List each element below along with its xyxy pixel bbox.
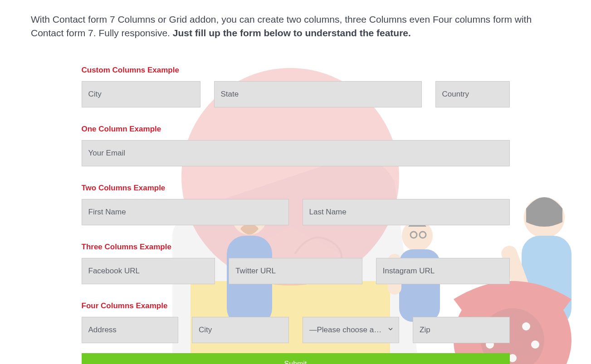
last-name-input[interactable]	[303, 199, 510, 225]
city2-input[interactable]	[192, 317, 289, 343]
zip-input[interactable]	[413, 317, 510, 343]
twitter-url-input[interactable]	[229, 258, 362, 284]
section-label-four: Four Columns Example	[82, 301, 510, 311]
section-label-two: Two Columns Example	[82, 184, 510, 193]
first-name-input[interactable]	[82, 199, 289, 225]
address-input[interactable]	[82, 317, 179, 343]
submit-button[interactable]: Submit	[82, 353, 510, 364]
row-two	[82, 199, 510, 225]
email-input[interactable]	[82, 140, 510, 166]
state-input[interactable]	[214, 81, 422, 107]
section-label-one: One Column Example	[82, 125, 510, 134]
facebook-url-input[interactable]	[82, 258, 215, 284]
intro-bold: Just fill up the form below to understan…	[173, 28, 411, 38]
section-label-three: Three Columns Example	[82, 243, 510, 252]
row-three	[82, 258, 510, 284]
submit-row: Submit	[82, 353, 510, 364]
city-input[interactable]	[82, 81, 200, 107]
section-label-custom: Custom Columns Example	[82, 66, 510, 75]
option-select[interactable]: —Please choose an option—	[303, 317, 400, 343]
demo-form: Custom Columns Example One Column Exampl…	[82, 66, 510, 364]
row-one	[82, 140, 510, 166]
country-input[interactable]	[435, 81, 510, 107]
row-custom	[82, 81, 510, 107]
intro-text: With Contact form 7 Columns or Grid addo…	[31, 13, 560, 40]
instagram-url-input[interactable]	[376, 258, 510, 284]
row-four: —Please choose an option—	[82, 317, 510, 343]
